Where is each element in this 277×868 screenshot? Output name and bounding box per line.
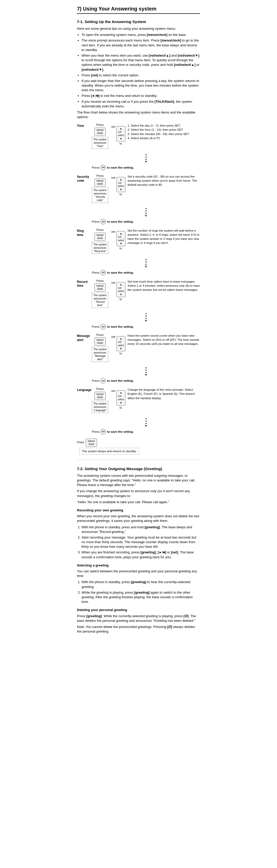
section-7-2: 7-2. Setting Your Outgoing Message (Gree… [77,466,200,634]
final-desc: The system beeps and returns to standby. [80,448,139,455]
announces-ring: The systemannounces"Ring time" [92,242,108,254]
bullet-5: If you wait longer than five seconds bef… [82,79,200,93]
flow-label-alert: Messagealert [77,333,92,342]
bullet-1: To open the answering system menu, press… [82,33,200,37]
vol-select-time: ▲ vol/select ▼ to: [116,125,126,145]
vol-select-alert: ▲ vol/select ▼ to: [116,335,126,355]
announces-alert: The systemannounces"Messagealert" [92,347,108,362]
menu-clock-btn-ring: menu/clock [94,232,106,241]
subsection-selecting-body: You can switch between the prerecorded g… [77,569,200,578]
section2-intro1: The answering system comes with two prer… [77,473,200,488]
flow-row-ring: Ringtime Press menu/clock The systemanno… [77,228,200,254]
section1-bullets: To open the answering system menu, press… [82,33,200,108]
flow-desc-time: 1. Select the day (1 - 7); then press SE… [128,123,200,140]
vol-select-language: ▲ vol/select ▼ to: [116,389,126,409]
to-label-time: to: [119,142,122,146]
press-label-time: Press [96,123,104,127]
flow-middle-time: Press menu/clock The systemannounces"Tim… [92,123,108,149]
bullet-3: When you hear the menu item you want, us… [82,53,200,72]
section2-intro2: If you change the answering system to an… [77,489,200,498]
flow-middle-record: Press menu/clock The systemannounces"Rec… [92,279,108,308]
flow-desc-alert: Have the system sound a tone when you ha… [128,333,200,346]
announces-security: The systemannounces"Securitycode" [92,188,108,203]
flow-middle-alert: Press menu/clock The systemannounces"Mes… [92,333,108,362]
subsection-recording-heading: Recording your own greeting [77,508,200,513]
menu-clock-btn-security: menu/clock [94,178,106,187]
flow-desc-record: Set how much time callers have to leave … [128,279,200,292]
use-label-time: use [111,123,115,129]
subsection-deleting-body1: Press [greeting]. While the currently-se… [77,614,200,623]
subsection-deleting-heading: Deleting your personal greeting [77,608,200,612]
flow-label-language: Language [77,387,92,392]
press-set-alert: Press set to save the setting. [92,378,200,383]
set-btn-time: set [100,165,106,170]
flow-chart: Time Press menu/clock The systemannounce… [77,123,200,454]
subsection-selecting-heading: Selecting a greeting [77,563,200,568]
menu-clock-btn-record: menu/clock [94,283,106,291]
section1-intro: Here are some general tips on using your… [77,26,200,31]
recording-step-1: With the phone in standby, press and hol… [82,525,200,534]
press-set-security: Press set to save the setting. [92,219,200,224]
flow-row-record: Recordtime Press menu/clock The systeman… [77,279,200,308]
flow-label-record: Recordtime [77,279,92,288]
subsection-recording-body: When you record your own greeting, the a… [77,514,200,523]
vol-box-time: ▲ vol/select ▼ [116,126,126,141]
subsection-deleting-note: Note: You cannot delete the prerecorded … [77,625,200,634]
section-divider [77,460,200,460]
section2-intro3: "Hello. No one is available to take your… [77,500,200,504]
recording-step-2: Start recording your message. Your greet… [82,535,200,549]
flow-final-row: Press menu/clock [77,439,200,447]
vol-select-security: ▲ vol/select ▼ to: [116,176,126,196]
page-title: 7) Using Your Answering system [77,5,200,14]
recording-step-3: When you are finished recording, press [… [82,550,200,559]
selecting-step-1: With the phone in standby, press [greeti… [82,580,200,589]
flow-row-language: Language Press menu/clock The systemanno… [77,387,200,413]
press-set-time: Press set to save the setting. [92,165,200,170]
announces-record: The systemannounces"Recordtime" [92,292,108,308]
section2-heading: 7-2. Setting Your Outgoing Message (Gree… [77,466,200,471]
vol-select-ring: ▲ vol/select ▼ to: [116,229,126,250]
flow-desc-language: Change the language of the voice prompts… [128,387,200,400]
flow-row-security: Securitycode Press menu/clock The system… [77,174,200,203]
flow-intro: The flow chart below shows the answering… [77,110,200,119]
vol-select-record: ▲ vol/select ▼ to: [116,281,126,301]
bullet-2: The voice prompt announces each menu ite… [82,38,200,52]
subsection-recording-steps: With the phone in standby, press and hol… [82,525,200,560]
bullet-4: Press [set] to select the current option… [82,73,200,78]
bullet-7: If you receive an incoming call or if yo… [82,99,200,108]
press-set-language: Press set to save the setting. [92,429,200,435]
section1-heading: 7-1. Setting Up the Answering System [77,19,200,24]
menu-clock-btn-alert: menu/clock [94,337,106,346]
press-set-ring: Press set to save the setting. [92,270,200,275]
flow-desc-security: Set a security code (01 - 99) so you can… [128,174,200,187]
subsection-selecting-steps: With the phone in standby, press [greeti… [82,580,200,604]
selecting-step-2: While the greeting is playing, press [gr… [82,590,200,604]
menu-clock-btn-language: menu/clock [94,392,106,400]
press-set-record: Press set to save the setting. [92,324,200,330]
bullet-6: Press [►/■] to exit the menu and return … [82,94,200,98]
flow-row-alert: Messagealert Press menu/clock The system… [77,333,200,362]
flow-middle-ring: Press menu/clock The systemannounces"Rin… [92,228,108,254]
flow-label-security: Securitycode [77,174,92,183]
flow-row-time: Time Press menu/clock The systemannounce… [77,123,200,149]
flow-middle-security: Press menu/clock The systemannounces"Sec… [92,174,108,203]
menu-clock-btn-time: menu/clock [94,128,106,136]
menu-clock-btn-final: menu/clock [86,439,97,447]
dots-time [92,153,200,163]
announces-language: The systemannounces"Language" [92,401,108,413]
announces-time: The systemannounces"Time" [92,137,108,149]
flow-desc-ring: Set the number of rings the system will … [128,228,200,245]
flow-label-ring: Ringtime [77,228,92,237]
flow-label-time: Time [77,123,92,128]
flow-middle-language: Press menu/clock The systemannounces"Lan… [92,387,108,413]
